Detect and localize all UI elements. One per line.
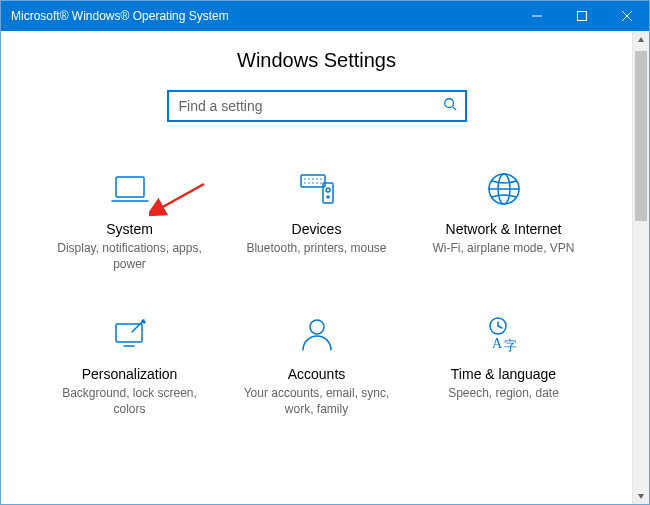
svg-point-20 xyxy=(326,188,330,192)
tile-title: Personalization xyxy=(82,366,178,382)
tile-time-language[interactable]: A 字 Time & language Speech, region, date xyxy=(415,307,592,422)
window-title: Microsoft® Windows® Operating System xyxy=(1,9,514,23)
svg-rect-8 xyxy=(301,175,325,187)
close-button[interactable] xyxy=(604,1,649,31)
svg-point-21 xyxy=(327,196,329,198)
devices-icon xyxy=(295,167,339,211)
settings-grid: System Display, notifications, apps, pow… xyxy=(31,162,602,462)
svg-text:字: 字 xyxy=(504,338,517,353)
tile-title: Network & Internet xyxy=(446,221,562,237)
tile-personalization[interactable]: Personalization Background, lock screen,… xyxy=(41,307,218,422)
svg-marker-35 xyxy=(638,494,644,499)
tile-devices[interactable]: Devices Bluetooth, printers, mouse xyxy=(228,162,405,277)
tile-desc: Speech, region, date xyxy=(448,386,559,402)
tile-network[interactable]: Network & Internet Wi-Fi, airplane mode,… xyxy=(415,162,592,277)
window-controls xyxy=(514,1,649,31)
maximize-button[interactable] xyxy=(559,1,604,31)
minimize-button[interactable] xyxy=(514,1,559,31)
time-language-icon: A 字 xyxy=(482,312,526,356)
svg-point-28 xyxy=(310,320,324,334)
personalization-icon xyxy=(108,312,152,356)
tile-title: Devices xyxy=(292,221,342,237)
content: Windows Settings System Display, notific… xyxy=(1,31,632,504)
svg-line-5 xyxy=(452,107,456,111)
page-title: Windows Settings xyxy=(31,49,602,72)
app-window: Microsoft® Windows® Operating System Win… xyxy=(0,0,650,505)
search-box[interactable] xyxy=(167,90,467,122)
search-input[interactable] xyxy=(169,92,465,120)
accounts-icon xyxy=(295,312,339,356)
vertical-scrollbar[interactable] xyxy=(632,31,649,504)
scroll-down-arrow-icon[interactable] xyxy=(633,487,649,504)
scrollbar-thumb[interactable] xyxy=(635,51,647,221)
tile-title: Time & language xyxy=(451,366,556,382)
search-icon xyxy=(443,97,457,115)
svg-marker-34 xyxy=(638,37,644,42)
system-icon xyxy=(108,167,152,211)
tile-desc: Bluetooth, printers, mouse xyxy=(246,241,386,257)
svg-point-4 xyxy=(444,99,453,108)
tile-desc: Background, lock screen, colors xyxy=(50,386,210,417)
svg-line-31 xyxy=(498,326,502,328)
tile-title: Accounts xyxy=(288,366,346,382)
globe-icon xyxy=(482,167,526,211)
tile-desc: Wi-Fi, airplane mode, VPN xyxy=(432,241,574,257)
tile-title: System xyxy=(106,221,153,237)
svg-text:A: A xyxy=(492,336,503,351)
content-wrap: Windows Settings System Display, notific… xyxy=(1,31,649,504)
svg-rect-6 xyxy=(116,177,144,197)
titlebar: Microsoft® Windows® Operating System xyxy=(1,1,649,31)
svg-rect-1 xyxy=(577,12,586,21)
tile-desc: Your accounts, email, sync, work, family xyxy=(237,386,397,417)
tile-accounts[interactable]: Accounts Your accounts, email, sync, wor… xyxy=(228,307,405,422)
scroll-up-arrow-icon[interactable] xyxy=(633,31,649,48)
tile-system[interactable]: System Display, notifications, apps, pow… xyxy=(41,162,218,277)
tile-desc: Display, notifications, apps, power xyxy=(50,241,210,272)
